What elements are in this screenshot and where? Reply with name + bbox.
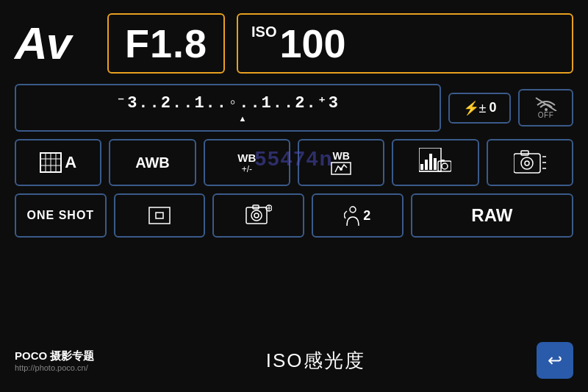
live-view-cell[interactable]: [212, 193, 304, 238]
wb-shift-cell[interactable]: WB: [298, 139, 384, 186]
camera-settings-icon: [514, 149, 546, 176]
scene-label: A: [65, 153, 76, 172]
svg-point-9: [340, 168, 343, 171]
focus-point-icon: [146, 204, 173, 227]
grid-row-1: A AWB WB +/- WB: [15, 139, 573, 186]
timer-number: 2: [363, 208, 370, 224]
wb-shift-label: WB: [332, 150, 349, 162]
camera-screen: Av F1.8 ISO 100 ⁻3..2..1..◦..1..2.⁺3 ▲ ⚡…: [0, 0, 588, 392]
wb-plus-cell[interactable]: WB +/-: [204, 139, 290, 186]
timer-content: 2: [344, 205, 370, 226]
svg-point-21: [521, 157, 533, 169]
svg-point-31: [254, 213, 259, 218]
poco-logo: POCO 摄影专题: [15, 349, 94, 363]
svg-rect-14: [434, 158, 437, 170]
awb-label: AWB: [135, 154, 170, 171]
back-button[interactable]: ↩: [537, 342, 573, 379]
histogram-icon: [419, 148, 451, 174]
iso-label: ISO: [251, 24, 276, 40]
wifi-box[interactable]: OFF: [518, 89, 573, 126]
iso-bottom-label: ISO感光度: [266, 348, 365, 374]
grid-row-2: ONE SHOT: [15, 193, 573, 238]
wb-plus-content: WB +/-: [237, 152, 256, 174]
wifi-off-label: OFF: [538, 111, 554, 119]
wifi-content: OFF: [534, 96, 558, 119]
flash-icon: ⚡±: [463, 100, 487, 116]
svg-rect-18: [441, 160, 445, 162]
svg-point-17: [442, 163, 448, 169]
wifi-icon: [534, 96, 558, 111]
mode-label: Av: [15, 21, 96, 66]
focus-point-cell[interactable]: [114, 193, 206, 238]
scene-cell[interactable]: A: [15, 139, 101, 186]
raw-cell[interactable]: RAW: [411, 193, 573, 238]
svg-rect-20: [521, 151, 528, 155]
histogram-cell[interactable]: [392, 139, 478, 186]
wb-label: WB: [237, 152, 256, 164]
scene-icon: [40, 152, 62, 173]
one-shot-cell[interactable]: ONE SHOT: [15, 193, 107, 238]
timer-icon: [344, 205, 362, 226]
svg-rect-27: [156, 213, 163, 218]
exposure-scale-box[interactable]: ⁻3..2..1..◦..1..2.⁺3 ▲: [15, 84, 441, 132]
svg-rect-12: [425, 160, 428, 170]
one-shot-label: ONE SHOT: [27, 209, 95, 222]
camera-settings-cell[interactable]: [487, 139, 573, 186]
raw-label: RAW: [471, 205, 512, 226]
aperture-value: F1.8: [125, 21, 207, 66]
svg-rect-19: [514, 154, 540, 173]
iso-box[interactable]: ISO 100: [237, 13, 573, 74]
exposure-indicator: ▲: [204, 114, 253, 123]
aperture-box[interactable]: F1.8: [107, 13, 225, 74]
exposure-scale: ⁻3..2..1..◦..1..2.⁺3: [116, 93, 340, 113]
svg-rect-16: [438, 161, 451, 171]
histogram-content: [419, 148, 451, 177]
iso-value: 100: [280, 21, 346, 66]
svg-point-30: [251, 210, 262, 221]
wb-shift-content: WB: [331, 150, 351, 175]
branding: POCO 摄影专题 http://photo.poco.cn/: [15, 349, 94, 372]
flash-box[interactable]: ⚡± 0: [448, 93, 511, 124]
svg-point-35: [350, 207, 356, 213]
poco-url: http://photo.poco.cn/: [15, 363, 94, 372]
wb-shift-icon: [331, 162, 351, 175]
svg-point-22: [525, 161, 529, 165]
exposure-row: ⁻3..2..1..◦..1..2.⁺3 ▲ ⚡± 0 OFF: [15, 84, 573, 132]
wb-plus-minus-label: +/-: [242, 164, 252, 174]
back-arrow-icon: ↩: [548, 350, 562, 371]
svg-rect-11: [420, 164, 423, 170]
svg-rect-26: [149, 207, 170, 224]
svg-rect-13: [429, 154, 432, 170]
timer-cell[interactable]: 2: [312, 193, 404, 238]
top-row: Av F1.8 ISO 100: [15, 13, 573, 74]
live-view-icon: [245, 204, 272, 227]
bottom-bar: POCO 摄影专题 http://photo.poco.cn/ ISO感光度 ↩: [15, 342, 573, 379]
flash-value: 0: [489, 100, 496, 115]
awb-cell[interactable]: AWB: [109, 139, 196, 186]
